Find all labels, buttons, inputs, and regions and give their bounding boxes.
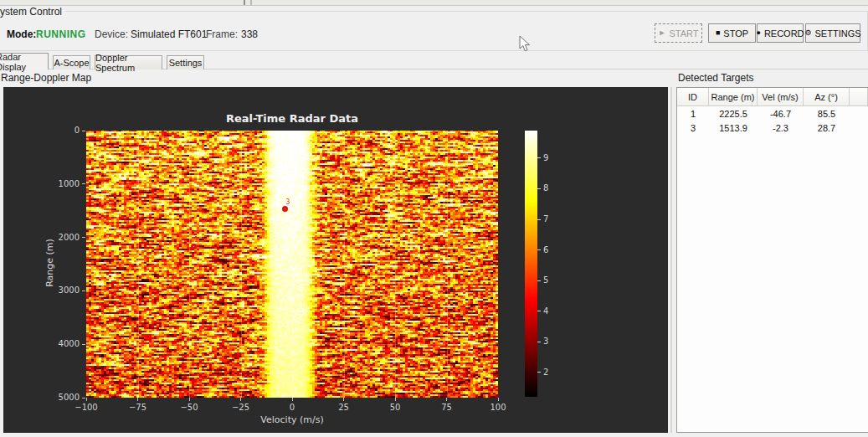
background-window-strip bbox=[0, 0, 868, 6]
x-tick-label: 50 bbox=[378, 403, 412, 412]
x-tick-label: 75 bbox=[430, 403, 464, 412]
colorbar-tick-label: 6 bbox=[543, 245, 548, 254]
colorbar-tick-label: 8 bbox=[543, 183, 548, 193]
x-tick-label: 100 bbox=[481, 403, 515, 412]
x-axis-label: Velocity (m/s) bbox=[86, 414, 498, 425]
range-doppler-heatmap[interactable] bbox=[86, 131, 498, 398]
colorbar-tick-label: 5 bbox=[543, 275, 548, 285]
colorbar-tick-mark bbox=[537, 342, 541, 342]
settings-button-label: SETTINGS bbox=[815, 28, 861, 39]
tab-doppler-spectrum-label: Doppler Spectrum bbox=[95, 53, 162, 73]
tab-radar-display[interactable]: Radar Display bbox=[0, 53, 49, 69]
detected-targets-label: Detected Targets bbox=[678, 72, 754, 84]
cell-range: 1513.9 bbox=[709, 121, 758, 135]
colorbar-tick-mark bbox=[537, 311, 541, 311]
colorbar-tick-mark bbox=[537, 157, 541, 158]
column-header-vel[interactable]: Vel (m/s) bbox=[758, 88, 804, 106]
x-tick-label: 25 bbox=[327, 403, 361, 412]
tab-settings-label: Settings bbox=[169, 58, 203, 68]
mode-value: RUNNING bbox=[36, 28, 86, 40]
x-tick-label: −100 bbox=[69, 403, 103, 412]
colorbar-tick-mark bbox=[537, 372, 541, 373]
y-tick-label: 5000 bbox=[42, 393, 80, 402]
x-tick-mark bbox=[189, 398, 190, 401]
y-tick-mark bbox=[82, 398, 85, 398]
stop-button[interactable]: ■ STOP bbox=[708, 23, 756, 43]
colorbar-tick-mark bbox=[537, 249, 541, 250]
column-header-az[interactable]: Az (°) bbox=[804, 88, 850, 106]
tab-doppler-spectrum[interactable]: Doppler Spectrum bbox=[95, 55, 162, 69]
x-tick-mark bbox=[86, 398, 87, 401]
stop-icon: ■ bbox=[716, 29, 720, 37]
column-header-filler bbox=[850, 88, 868, 106]
x-tick-label: −75 bbox=[121, 403, 155, 412]
x-tick-mark bbox=[395, 398, 396, 401]
chart-title: Real-Time Radar Data bbox=[86, 112, 498, 125]
range-doppler-plot-panel: Real-Time Radar Data Range (m) Velocity … bbox=[3, 87, 668, 433]
colorbar-tick-mark bbox=[537, 188, 541, 189]
mouse-cursor bbox=[519, 35, 531, 53]
y-tick-label: 3000 bbox=[42, 285, 80, 295]
colorbar-tick-label: 3 bbox=[543, 337, 548, 346]
frame-value: 338 bbox=[241, 28, 258, 40]
target-marker-id-label: 1 bbox=[194, 236, 198, 244]
tab-a-scope-label: A-Scope bbox=[54, 58, 89, 68]
column-header-range[interactable]: Range (m) bbox=[709, 88, 758, 106]
table-row[interactable]: 1 2225.5 -46.7 85.5 bbox=[677, 106, 868, 121]
table-header-row: ID Range (m) Vel (m/s) Az (°) bbox=[677, 88, 868, 106]
column-header-id[interactable]: ID bbox=[677, 88, 709, 106]
target-marker-id-label: 3 bbox=[285, 198, 290, 206]
target-marker-3[interactable] bbox=[282, 206, 288, 212]
tab-radar-display-label: Radar Display bbox=[0, 52, 48, 72]
x-tick-mark bbox=[240, 398, 241, 401]
cell-id: 1 bbox=[677, 106, 709, 121]
cell-range: 2225.5 bbox=[709, 106, 758, 121]
record-button[interactable]: ● RECORD bbox=[757, 23, 804, 43]
mode-label: Mode: bbox=[7, 28, 36, 40]
table-row[interactable]: 3 1513.9 -2.3 28.7 bbox=[677, 121, 868, 135]
start-button: ► START bbox=[655, 23, 702, 43]
y-tick-mark bbox=[82, 183, 85, 184]
colorbar-tick-label: 9 bbox=[543, 153, 548, 162]
record-button-label: RECORD bbox=[764, 28, 804, 39]
range-doppler-map-label: Range-Doppler Map bbox=[1, 72, 91, 84]
cell-filler bbox=[850, 106, 868, 121]
start-button-label: START bbox=[669, 28, 698, 39]
stop-button-label: STOP bbox=[723, 28, 748, 39]
colorbar-tick-label: 7 bbox=[543, 214, 548, 224]
y-tick-label: 1000 bbox=[42, 179, 80, 188]
system-control-group-label: ystem Control bbox=[0, 6, 65, 18]
x-tick-mark bbox=[498, 398, 499, 401]
y-tick-label: 2000 bbox=[42, 233, 80, 242]
x-tick-label: 0 bbox=[275, 403, 309, 412]
record-icon: ● bbox=[756, 29, 760, 37]
y-tick-mark bbox=[82, 290, 85, 291]
colorbar-tick-mark bbox=[537, 219, 541, 220]
detected-targets-table: ID Range (m) Vel (m/s) Az (°) 1 2225.5 -… bbox=[677, 88, 868, 135]
x-tick-mark bbox=[343, 398, 344, 401]
device-label: Device: bbox=[95, 28, 128, 40]
gear-icon: ⚙ bbox=[804, 29, 811, 37]
tab-a-scope[interactable]: A-Scope bbox=[53, 55, 90, 69]
cell-id: 3 bbox=[677, 121, 709, 135]
y-tick-label: 0 bbox=[42, 126, 80, 135]
cell-az: 28.7 bbox=[804, 121, 850, 135]
cell-az: 85.5 bbox=[804, 106, 850, 121]
panel-splitter bbox=[670, 87, 672, 433]
y-tick-mark bbox=[82, 131, 85, 131]
detected-targets-panel: ID Range (m) Vel (m/s) Az (°) 1 2225.5 -… bbox=[676, 87, 868, 433]
cell-filler bbox=[850, 121, 868, 135]
settings-button[interactable]: ⚙ SETTINGS bbox=[805, 23, 860, 43]
colorbar bbox=[525, 131, 537, 397]
background-window-edge bbox=[244, 0, 252, 5]
x-tick-label: −25 bbox=[224, 403, 258, 412]
x-tick-mark bbox=[137, 398, 138, 401]
x-tick-label: −50 bbox=[172, 403, 206, 412]
cell-vel: -2.3 bbox=[758, 121, 804, 135]
y-tick-mark bbox=[82, 237, 85, 238]
tab-settings[interactable]: Settings bbox=[167, 55, 204, 69]
frame-label: Frame: bbox=[206, 28, 238, 40]
colorbar-tick-mark bbox=[537, 280, 541, 281]
play-icon: ► bbox=[659, 29, 666, 37]
y-tick-mark bbox=[82, 344, 85, 345]
